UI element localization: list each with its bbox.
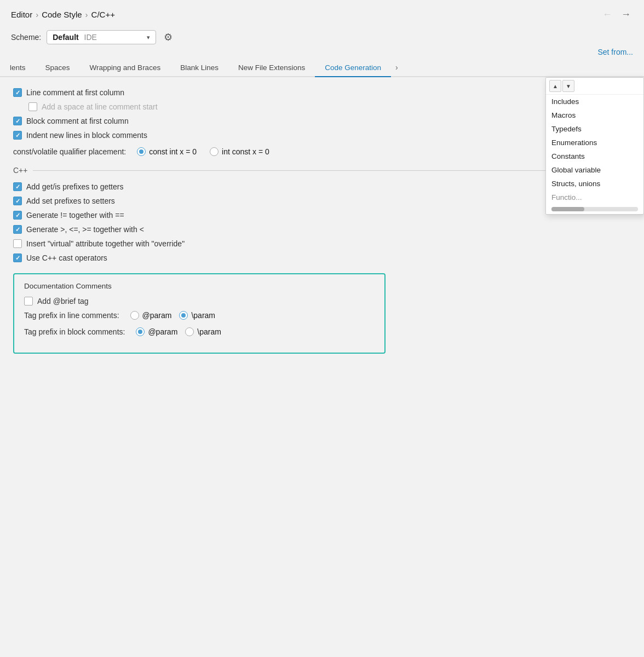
checkbox-row-neq: Generate != together with == [13, 211, 631, 220]
radio-constint-circle[interactable] [137, 147, 146, 156]
tag-line-label: Tag prefix in line comments: [24, 311, 119, 320]
dropdown-item-constants[interactable]: Constants [546, 149, 643, 163]
breadcrumb: Editor › Code Style › C/C++ [11, 10, 115, 19]
label-neq: Generate != together with == [26, 211, 124, 220]
checkbox-getters[interactable] [13, 182, 22, 191]
tab-elements[interactable]: lents [0, 59, 36, 77]
checkbox-line-comment[interactable] [13, 88, 22, 97]
checkbox-brief[interactable] [24, 297, 33, 306]
dropdown-scroll-thumb[interactable] [551, 207, 584, 211]
breadcrumb-codestyle: Code Style [42, 10, 82, 19]
radio-block-param2-label: \param [197, 327, 221, 336]
tag-block-label: Tag prefix in block comments: [24, 327, 125, 336]
dropdown-down-button[interactable]: ▼ [562, 80, 574, 92]
label-compare: Generate >, <=, >= together with < [26, 225, 144, 234]
checkbox-neq[interactable] [13, 211, 22, 220]
checkbox-add-space[interactable] [28, 102, 37, 111]
tag-block-options: @param \param [136, 327, 221, 336]
checkbox-cast[interactable] [13, 253, 22, 262]
tab-spaces[interactable]: Spaces [36, 59, 80, 77]
back-button[interactable]: ← [600, 8, 614, 21]
label-brief: Add @brief tag [37, 297, 89, 306]
radio-line-param2-circle[interactable] [179, 311, 188, 320]
set-from-link[interactable]: Set from... [0, 47, 644, 56]
tab-extensions[interactable]: New File Extensions [228, 59, 315, 77]
dropdown-item-enumerations[interactable]: Enumerations [546, 136, 643, 149]
checkbox-row-getters: Add get/is prefixes to getters [13, 182, 631, 191]
radio-constint: const int x = 0 [137, 147, 197, 156]
tag-line-options: @param \param [130, 311, 215, 320]
checkbox-row-compare: Generate >, <=, >= together with < [13, 225, 631, 234]
radio-block-param1: @param [136, 327, 177, 336]
checkbox-setters[interactable] [13, 197, 22, 205]
radio-line-param1-circle[interactable] [130, 311, 139, 320]
scheme-name: Default [53, 33, 78, 42]
label-getters: Add get/is prefixes to getters [26, 182, 123, 191]
dropdown-up-button[interactable]: ▲ [549, 80, 561, 92]
doc-comments-title: Documentation Comments [24, 282, 375, 290]
label-virtual: Insert "virtual" attribute together with… [26, 239, 185, 248]
forward-button[interactable]: → [619, 8, 633, 21]
radio-line-param2-label: \param [191, 311, 215, 320]
checkbox-row-brief: Add @brief tag [24, 297, 375, 306]
checkbox-indent-new[interactable] [13, 131, 22, 140]
main-content: Line comment at first column Add a space… [0, 77, 644, 365]
breadcrumb-editor: Editor [11, 10, 32, 19]
dropdown-item-functions[interactable]: Functio... [546, 191, 643, 204]
checkbox-row-line-comment: Line comment at first column [13, 88, 631, 97]
breadcrumb-sep2: › [85, 10, 88, 19]
dropdown-scrollbar[interactable] [551, 207, 638, 211]
qualifier-label: const/volatile qualifier placement: [13, 147, 126, 156]
tag-block-row: Tag prefix in block comments: @param \pa… [24, 327, 375, 336]
scheme-type: IDE [84, 33, 97, 42]
radio-block-param1-circle[interactable] [136, 327, 145, 336]
radio-line-param1: @param [130, 311, 172, 320]
scheme-row: Scheme: Default IDE ▾ ⚙ [0, 27, 644, 47]
radio-intconst-circle[interactable] [210, 147, 219, 156]
checkbox-compare[interactable] [13, 225, 22, 234]
checkbox-row-add-space: Add a space at line comment start [28, 102, 631, 111]
dropdown-item-globalvar[interactable]: Global variable [546, 163, 643, 177]
dropdown-overlay: ▲ ▼ Includes Macros Typedefs Enumeration… [545, 77, 644, 215]
tab-codegen[interactable]: Code Generation [315, 59, 391, 77]
dropdown-item-macros[interactable]: Macros [546, 108, 643, 122]
label-line-comment: Line comment at first column [26, 88, 124, 97]
nav-arrows: ← → [600, 8, 633, 21]
label-setters: Add set prefixes to setters [26, 197, 115, 205]
gear-icon[interactable]: ⚙ [164, 31, 173, 43]
radio-intconst: int const x = 0 [210, 147, 269, 156]
checkbox-row-indent-new: Indent new lines in block comments [13, 131, 631, 140]
tag-line-row: Tag prefix in line comments: @param \par… [24, 311, 375, 320]
dropdown-item-includes[interactable]: Includes [546, 95, 643, 108]
cpp-section: C++ [13, 166, 631, 175]
breadcrumb-cpp: C/C++ [91, 10, 115, 19]
breadcrumb-sep1: › [36, 10, 38, 19]
dropdown-scrollbar-container [546, 204, 643, 214]
tab-overflow[interactable]: › [391, 59, 403, 76]
tab-blank[interactable]: Blank Lines [170, 59, 228, 77]
dropdown-item-typedefs[interactable]: Typedefs [546, 122, 643, 136]
checkbox-block-comment[interactable] [13, 117, 22, 125]
checkbox-row-virtual: Insert "virtual" attribute together with… [13, 239, 631, 248]
checkbox-row-block-comment: Block comment at first column [13, 117, 631, 125]
scheme-label: Scheme: [11, 33, 41, 42]
checkbox-row-setters: Add set prefixes to setters [13, 197, 631, 205]
scheme-dropdown[interactable]: Default IDE ▾ [47, 30, 156, 44]
checkbox-virtual[interactable] [13, 239, 22, 248]
header: Editor › Code Style › C/C++ ← → [0, 0, 644, 27]
checkbox-row-cast: Use C++ cast operators [13, 253, 631, 262]
radio-line-param2: \param [179, 311, 215, 320]
scheme-dropdown-arrow: ▾ [147, 34, 150, 41]
label-block-comment: Block comment at first column [26, 117, 129, 125]
tabs-bar: lents Spaces Wrapping and Braces Blank L… [0, 59, 644, 77]
tab-wrapping[interactable]: Wrapping and Braces [80, 59, 171, 77]
doc-comments-box: Documentation Comments Add @brief tag Ta… [13, 273, 386, 354]
radio-constint-label: const int x = 0 [149, 147, 197, 156]
radio-block-param1-label: @param [148, 327, 177, 336]
radio-block-param2: \param [185, 327, 221, 336]
label-indent-new: Indent new lines in block comments [26, 131, 147, 140]
dropdown-item-structs[interactable]: Structs, unions [546, 177, 643, 191]
radio-block-param2-circle[interactable] [185, 327, 194, 336]
radio-intconst-label: int const x = 0 [222, 147, 269, 156]
radio-line-param1-label: @param [142, 311, 172, 320]
